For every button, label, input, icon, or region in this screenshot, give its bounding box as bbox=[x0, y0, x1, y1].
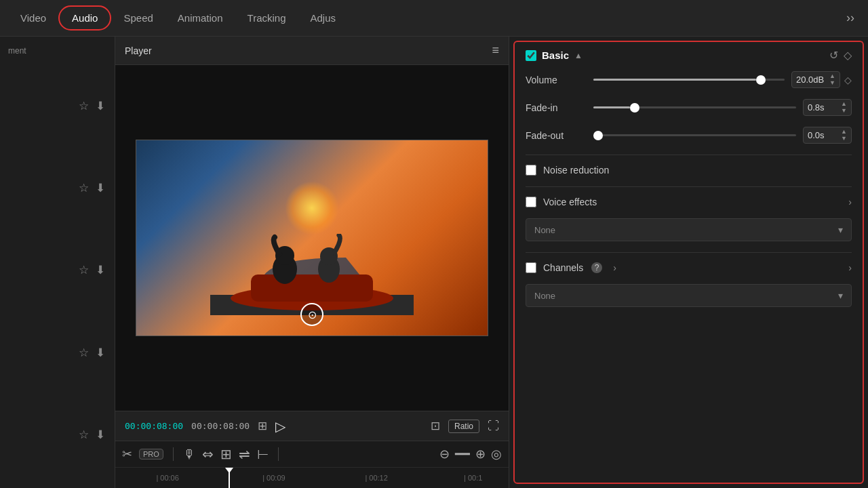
fade-out-value[interactable]: 0.0s ▲ ▼ bbox=[803, 127, 852, 144]
timeline-right-icons: ⊖ ━━ ⊕ ◎ bbox=[439, 447, 502, 462]
fade-in-value[interactable]: 0.8s ▲ ▼ bbox=[803, 99, 852, 116]
channels-right-chevron[interactable]: › bbox=[848, 262, 852, 273]
tab-video[interactable]: Video bbox=[8, 7, 58, 29]
fullscreen-icon[interactable]: ⛶ bbox=[488, 420, 499, 433]
download-icon[interactable]: ⬇ bbox=[96, 99, 105, 113]
mic-icon[interactable]: 🎙 bbox=[183, 447, 195, 462]
section-actions: ↺ ◇ bbox=[829, 49, 852, 62]
channels-dropdown[interactable]: None ▾ bbox=[526, 284, 852, 307]
voice-effects-dropdown[interactable]: None ▾ bbox=[526, 218, 852, 241]
star-icon[interactable]: ☆ bbox=[79, 99, 89, 113]
link-icon[interactable]: ⇔ bbox=[202, 446, 214, 462]
tab-adjust[interactable]: Adjus bbox=[298, 7, 349, 29]
fade-out-up[interactable]: ▲ bbox=[841, 129, 847, 135]
player-menu-icon[interactable]: ≡ bbox=[492, 43, 499, 58]
crop-icon[interactable]: ⊡ bbox=[431, 419, 440, 433]
basic-section-title: Basic bbox=[542, 49, 569, 61]
list-item: ☆ ⬇ bbox=[0, 256, 115, 284]
right-panel: Basic ▲ ↺ ◇ Volume 20.0dB ▲ bbox=[509, 37, 868, 488]
keyframe-icon[interactable]: ◇ bbox=[844, 49, 852, 62]
unlink-icon[interactable]: ⇌ bbox=[239, 446, 250, 462]
ruler-label: | 00:1 bbox=[464, 474, 482, 482]
noise-reduction-row: Noise reduction bbox=[526, 165, 852, 176]
toolbar-separator bbox=[173, 447, 174, 461]
volume-slider[interactable] bbox=[593, 79, 785, 81]
channels-info-icon[interactable]: ? bbox=[591, 262, 602, 273]
voice-effects-label: Voice effects bbox=[543, 197, 597, 207]
fit-icon[interactable]: ◎ bbox=[491, 447, 502, 462]
fade-in-control: Fade-in 0.8s ▲ ▼ bbox=[526, 99, 852, 116]
player-area: Player ≡ bbox=[115, 37, 509, 441]
star-icon[interactable]: ☆ bbox=[79, 346, 89, 360]
list-item: ☆ ⬇ bbox=[0, 421, 115, 449]
left-sidebar: ment ☆ ⬇ ☆ ⬇ ☆ ⬇ ☆ ⬇ ☆ ⬇ bbox=[0, 37, 115, 488]
star-icon[interactable]: ☆ bbox=[79, 181, 89, 195]
fade-out-slider[interactable] bbox=[593, 134, 796, 136]
basic-section-chevron[interactable]: ▲ bbox=[574, 51, 583, 60]
fade-in-thumb[interactable] bbox=[630, 103, 639, 113]
download-icon[interactable]: ⬇ bbox=[96, 346, 105, 360]
volume-keyframe[interactable]: ◇ bbox=[844, 75, 852, 85]
fade-in-value-text: 0.8s bbox=[808, 102, 825, 113]
voice-effects-row: Voice effects › bbox=[526, 197, 852, 207]
download-icon[interactable]: ⬇ bbox=[96, 181, 105, 195]
ruler-marks: | 00:06 | 00:09 | 00:12 | 00:1 bbox=[122, 468, 502, 488]
volume-label: Volume bbox=[526, 75, 587, 85]
group-icon[interactable]: ⊞ bbox=[220, 446, 232, 462]
fade-in-up[interactable]: ▲ bbox=[841, 101, 847, 107]
pro-badge[interactable]: PRO bbox=[139, 449, 163, 460]
zoom-slider[interactable]: ━━ bbox=[455, 447, 470, 462]
tab-tracking[interactable]: Tracking bbox=[235, 7, 298, 29]
basic-enable-checkbox[interactable] bbox=[526, 50, 536, 61]
volume-value[interactable]: 20.0dB ▲ ▼ bbox=[791, 71, 840, 88]
main-content: ment ☆ ⬇ ☆ ⬇ ☆ ⬇ ☆ ⬇ ☆ ⬇ bbox=[0, 37, 868, 488]
download-icon[interactable]: ⬇ bbox=[96, 428, 105, 442]
fade-in-slider[interactable] bbox=[593, 106, 796, 108]
volume-arrows: ▲ ▼ bbox=[829, 73, 835, 86]
scissors-icon[interactable]: ✂ bbox=[122, 447, 132, 462]
zoom-in-icon[interactable]: ⊕ bbox=[475, 447, 486, 462]
basic-section-header: Basic ▲ ↺ ◇ bbox=[526, 49, 852, 62]
voice-effects-chevron[interactable]: › bbox=[848, 197, 852, 207]
fade-out-label: Fade-out bbox=[526, 130, 587, 141]
playhead-head bbox=[225, 468, 233, 473]
player-title: Player bbox=[125, 45, 152, 56]
download-icon[interactable]: ⬇ bbox=[96, 263, 105, 277]
volume-up[interactable]: ▲ bbox=[829, 73, 835, 79]
volume-value-text: 20.0dB bbox=[796, 75, 824, 85]
fade-in-down[interactable]: ▼ bbox=[841, 108, 847, 114]
fade-out-arrows: ▲ ▼ bbox=[841, 129, 847, 142]
fade-in-label: Fade-in bbox=[526, 102, 587, 113]
top-tab-bar: Video Audio Speed Animation Tracking Adj… bbox=[0, 0, 868, 37]
star-icon[interactable]: ☆ bbox=[79, 428, 89, 442]
ratio-button[interactable]: Ratio bbox=[448, 420, 479, 433]
reset-icon[interactable]: ↺ bbox=[829, 49, 838, 62]
split-icon[interactable]: ⊢ bbox=[257, 446, 269, 462]
timeline-area: ✂ PRO 🎙 ⇔ ⊞ ⇌ ⊢ ⊖ ━━ ⊕ ◎ | 00:06 bbox=[115, 441, 509, 488]
divider bbox=[526, 155, 852, 155]
ruler-label: | 00:09 bbox=[262, 474, 285, 482]
fade-out-down[interactable]: ▼ bbox=[841, 136, 847, 142]
noise-reduction-checkbox[interactable] bbox=[526, 165, 536, 176]
noise-reduction-label: Noise reduction bbox=[543, 165, 609, 176]
video-target-icon: ⊙ bbox=[300, 303, 323, 326]
star-icon[interactable]: ☆ bbox=[79, 263, 89, 277]
list-item: ☆ ⬇ bbox=[0, 92, 115, 120]
play-button[interactable]: ▷ bbox=[275, 418, 285, 434]
more-tabs-button[interactable]: ›› bbox=[841, 8, 860, 28]
grid-view-icon[interactable]: ⊞ bbox=[258, 419, 267, 433]
volume-thumb[interactable] bbox=[756, 75, 766, 85]
volume-control: Volume 20.0dB ▲ ▼ ◇ bbox=[526, 71, 852, 88]
volume-down[interactable]: ▼ bbox=[829, 80, 835, 86]
channels-checkbox[interactable] bbox=[526, 262, 536, 273]
fade-out-thumb[interactable] bbox=[593, 131, 603, 140]
tab-speed[interactable]: Speed bbox=[111, 7, 165, 29]
tab-audio[interactable]: Audio bbox=[58, 5, 111, 30]
player-controls: 00:00:08:00 00:00:08:00 ⊞ ▷ ⊡ Ratio ⛶ bbox=[115, 411, 509, 441]
ruler-label: | 00:12 bbox=[365, 474, 387, 482]
tab-animation[interactable]: Animation bbox=[165, 7, 235, 29]
video-frame: ⊙ bbox=[136, 140, 488, 336]
channels-chevron[interactable]: › bbox=[613, 262, 616, 273]
voice-effects-checkbox[interactable] bbox=[526, 197, 536, 207]
zoom-out-icon[interactable]: ⊖ bbox=[439, 447, 450, 462]
